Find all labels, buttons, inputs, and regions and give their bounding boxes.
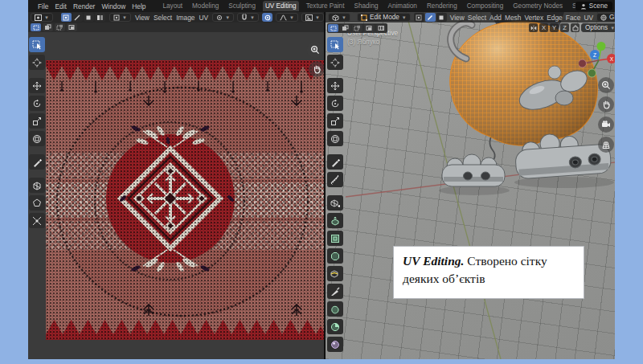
- v3d-tool-add-cube[interactable]: [327, 195, 343, 211]
- v3d-menu-uv[interactable]: UV: [584, 14, 593, 22]
- scene-selector[interactable]: Scene: [575, 2, 612, 10]
- tab-uv-editing[interactable]: UV Editing: [263, 1, 299, 11]
- v3d-tool-scale[interactable]: [327, 113, 343, 129]
- uv-select-mode-extend-button[interactable]: [43, 23, 53, 31]
- snap-widget-icon[interactable]: [571, 23, 580, 32]
- tab-texture-paint[interactable]: Texture Paint: [304, 1, 347, 11]
- uv-select-mode-subtract-button[interactable]: [55, 23, 65, 31]
- v3d-tool-extrude-region[interactable]: [327, 213, 343, 228]
- uv-tool-scale[interactable]: [29, 113, 45, 129]
- uv-tool-pinch[interactable]: [29, 213, 45, 228]
- tab-sculpting[interactable]: Sculpting: [226, 1, 258, 11]
- mode-selector[interactable]: Edit Mode▼: [357, 13, 411, 22]
- v3d-tool-knife[interactable]: [327, 284, 343, 299]
- uv-tool-grab[interactable]: [29, 178, 45, 193]
- v3d-menu-vertex[interactable]: Vertex: [524, 14, 543, 22]
- uv-tool-tweak-select[interactable]: [29, 37, 45, 52]
- vertex-mode-button[interactable]: [414, 13, 424, 22]
- v3d-select-mode-intersect-button[interactable]: [376, 24, 387, 32]
- uv-sticky-selection-button[interactable]: ▼: [109, 13, 131, 22]
- v3d-zoom-button[interactable]: [598, 77, 614, 93]
- transform-orientation-button[interactable]: Glob: [596, 13, 615, 22]
- uv-proportional-edit-button[interactable]: [262, 13, 272, 22]
- uv-zoom-button[interactable]: [307, 42, 323, 58]
- uv-tool-transform[interactable]: [29, 131, 45, 146]
- v3d-select-mode-extend-button[interactable]: [340, 24, 350, 32]
- gizmo-y-neg[interactable]: [588, 69, 596, 77]
- tab-compositing[interactable]: Compositing: [465, 1, 506, 11]
- tab-animation[interactable]: Animation: [386, 1, 420, 11]
- v3d-select-mode-difference-button[interactable]: [364, 24, 375, 32]
- tab-layout[interactable]: Layout: [160, 1, 185, 11]
- viewport-3d[interactable]: ▼ Edit Mode▼ View Select Add Mesh Vertex…: [326, 12, 615, 359]
- tab-rendering[interactable]: Rendering: [424, 1, 460, 11]
- v3d-editor-type-button[interactable]: ▼: [328, 13, 350, 22]
- menu-edit[interactable]: Edit: [55, 2, 67, 10]
- uv-tool-relax[interactable]: [29, 195, 45, 211]
- v3d-menu-view[interactable]: View: [450, 14, 465, 22]
- v3d-perspective-button[interactable]: [598, 137, 614, 153]
- uv-snap-button[interactable]: ▼: [237, 13, 259, 22]
- uv-island-select-button[interactable]: [95, 13, 105, 22]
- uv-tool-move[interactable]: [29, 78, 45, 93]
- uv-pan-button[interactable]: [309, 61, 324, 77]
- gizmo-x-neg[interactable]: [579, 59, 587, 67]
- mirror-z-button[interactable]: Z: [560, 23, 569, 32]
- uv-menu-uv[interactable]: UV: [199, 14, 208, 22]
- v3d-menu-edge[interactable]: Edge: [547, 14, 563, 22]
- v3d-select-mode-subtract-button[interactable]: [352, 24, 362, 32]
- v3d-menu-mesh[interactable]: Mesh: [505, 14, 521, 22]
- uv-select-mode-new-button[interactable]: [31, 23, 41, 31]
- v3d-camera-button[interactable]: [598, 117, 614, 133]
- v3d-menu-select[interactable]: Select: [468, 14, 486, 22]
- uv-select-mode-invert-button[interactable]: [67, 23, 77, 31]
- v3d-menu-add[interactable]: Add: [489, 14, 502, 22]
- tab-geometry-nodes[interactable]: Geometry Nodes: [510, 1, 565, 11]
- edge-mode-button[interactable]: [425, 13, 436, 22]
- uv-tool-rotate[interactable]: [29, 96, 45, 111]
- tab-modeling[interactable]: Modeling: [190, 1, 221, 11]
- uv-pivot-button[interactable]: ▼: [212, 13, 234, 22]
- uv-edge-select-button[interactable]: [72, 13, 83, 22]
- v3d-tool-cursor[interactable]: [327, 55, 343, 70]
- uv-face-select-button[interactable]: [84, 13, 94, 22]
- mirror-x-button[interactable]: X: [539, 23, 548, 32]
- v3d-tool-transform[interactable]: [327, 131, 343, 146]
- uv-menu-image[interactable]: Image: [176, 14, 195, 22]
- uv-menu-select[interactable]: Select: [154, 14, 172, 22]
- v3d-tool-loop-cut[interactable]: [327, 266, 343, 281]
- v3d-tool-bevel[interactable]: [327, 248, 343, 264]
- axis-gizmo[interactable]: Z X: [579, 39, 615, 80]
- menu-render[interactable]: Render: [73, 2, 95, 10]
- menu-window[interactable]: Window: [101, 2, 125, 10]
- uv-editor-type-button[interactable]: ▼: [31, 13, 53, 22]
- uv-falloff-button[interactable]: ▼: [276, 13, 298, 22]
- mirror-y-button[interactable]: Y: [550, 23, 559, 32]
- uv-vertex-select-button[interactable]: [61, 13, 72, 22]
- v3d-tool-inset-faces[interactable]: [327, 231, 343, 246]
- v3d-tool-smooth[interactable]: [327, 337, 343, 352]
- pivot-point-icon: [216, 14, 223, 21]
- uv-tool-annotate[interactable]: [29, 154, 45, 170]
- menu-help[interactable]: Help: [132, 2, 145, 10]
- v3d-tool-rotate[interactable]: [327, 96, 343, 111]
- mirror-icon[interactable]: [529, 23, 538, 32]
- options-dropdown[interactable]: Options▼: [581, 23, 615, 32]
- face-mode-button[interactable]: [436, 13, 447, 22]
- v3d-select-mode-new-button[interactable]: [328, 24, 338, 32]
- tab-shading[interactable]: Shading: [351, 1, 380, 11]
- v3d-tool-poly-build[interactable]: [327, 301, 343, 317]
- menu-file[interactable]: File: [38, 2, 49, 10]
- uv-canvas[interactable]: [28, 32, 324, 359]
- v3d-tool-tweak-select[interactable]: [327, 37, 343, 52]
- v3d-tool-spin[interactable]: [327, 319, 343, 334]
- v3d-tool-measure[interactable]: [327, 172, 343, 187]
- v3d-menu-face[interactable]: Face: [566, 14, 581, 22]
- uv-tool-cursor[interactable]: [29, 55, 45, 70]
- v3d-pan-button[interactable]: [598, 96, 614, 112]
- uv-menu-view[interactable]: View: [135, 14, 149, 22]
- v3d-tool-annotate[interactable]: [327, 154, 343, 170]
- v3d-tool-move[interactable]: [327, 78, 343, 93]
- uv-image-browse-button[interactable]: ▼: [301, 13, 324, 22]
- gizmo-y-axis[interactable]: [597, 42, 606, 51]
